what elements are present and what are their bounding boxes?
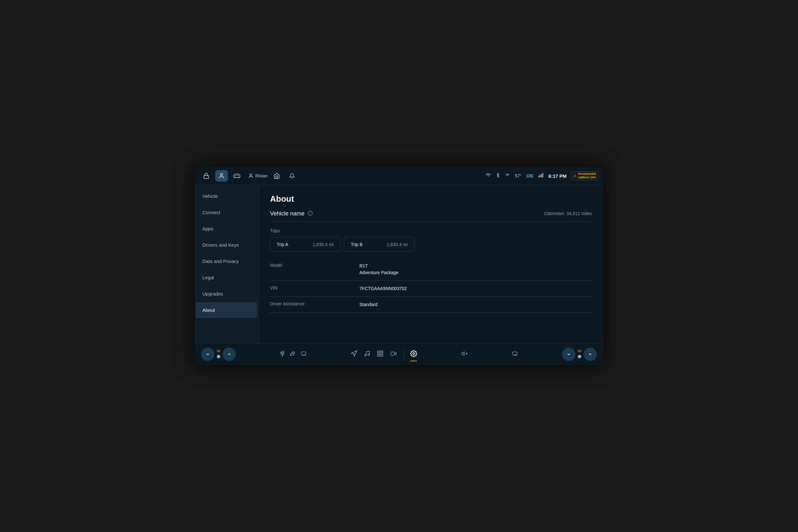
sidebar-item-legal[interactable]: Legal xyxy=(196,270,257,285)
driver-assistance-label: Driver Assistance xyxy=(270,301,359,306)
sidebar-item-upgrades[interactable]: Upgrades xyxy=(196,286,257,302)
right-temp-up-button[interactable] xyxy=(584,347,597,361)
bluetooth-icon xyxy=(496,172,500,179)
notification-button[interactable] xyxy=(286,170,299,182)
main-content: Vehicle Connect Apps Drivers and Keys Da… xyxy=(195,185,603,343)
svg-marker-24 xyxy=(395,352,396,355)
svg-rect-9 xyxy=(540,175,541,177)
svg-rect-20 xyxy=(378,351,380,353)
profile-button[interactable] xyxy=(215,170,228,182)
rivian-user-label: Rivian xyxy=(248,173,268,178)
signal-icon xyxy=(538,173,544,179)
lte-badge: LTE xyxy=(526,174,534,178)
vin-info-row: VIN 7FCTGAAA9NN003702 xyxy=(270,281,592,297)
odometer-display: Odometer: 34,512 miles xyxy=(544,211,592,216)
svg-rect-23 xyxy=(378,354,380,356)
svg-rect-10 xyxy=(541,174,542,177)
page-title: About xyxy=(270,194,592,204)
right-seat-heat-controls xyxy=(511,350,518,359)
garage-button[interactable] xyxy=(270,170,283,182)
svg-rect-22 xyxy=(381,354,383,356)
clock-display: 6:17 PM xyxy=(548,173,567,179)
edit-vehicle-name-icon[interactable] xyxy=(308,211,313,217)
seat-heat-left-1-icon[interactable] xyxy=(280,350,287,359)
vin-label: VIN xyxy=(270,285,359,290)
trip-a-card[interactable]: Trip A 1,830.4 mi xyxy=(270,237,340,252)
sidebar-item-vehicle[interactable]: Vehicle xyxy=(196,188,257,204)
navigation-icon[interactable] xyxy=(350,350,358,359)
sidebar-item-apps[interactable]: Apps xyxy=(196,221,257,236)
right-climate-controls: HI ❋ xyxy=(562,347,597,361)
trip-b-label: Trip B xyxy=(351,242,363,247)
temperature-display: 57° xyxy=(515,173,521,178)
svg-point-1 xyxy=(221,174,223,176)
music-icon[interactable] xyxy=(364,350,370,359)
settings-icon[interactable] xyxy=(410,350,417,359)
apps-grid-icon[interactable] xyxy=(377,350,384,359)
right-temp-down-button[interactable] xyxy=(562,347,575,361)
svg-rect-8 xyxy=(538,175,539,177)
vehicle-name-label: Vehicle name xyxy=(270,210,305,217)
left-seat-heat-controls xyxy=(280,350,307,359)
camera-icon[interactable] xyxy=(390,351,397,358)
mute-icon[interactable] xyxy=(461,350,468,358)
sidebar-item-connect[interactable]: Connect xyxy=(196,205,257,220)
sidebar-item-about[interactable]: About xyxy=(196,302,257,318)
antenna-icon xyxy=(486,172,491,179)
svg-rect-11 xyxy=(542,173,543,177)
seat-heat-left-2-icon[interactable] xyxy=(290,350,297,359)
bottom-bar: HI ❋ xyxy=(195,343,603,365)
trip-b-card[interactable]: Trip B 1,830.4 mi xyxy=(344,237,414,252)
svg-rect-25 xyxy=(391,352,395,355)
trips-section-label: Trips xyxy=(270,228,592,233)
svg-point-3 xyxy=(234,177,235,178)
airbag-warning-badge: ⚠ PASSENGER AIRBAG OFF xyxy=(571,171,598,180)
svg-point-18 xyxy=(365,354,366,356)
volume-controls xyxy=(461,350,468,358)
seat-heat-left-3-icon[interactable] xyxy=(300,350,307,359)
svg-rect-16 xyxy=(292,352,294,354)
content-area: About Vehicle name Odometer: 34,512 mile… xyxy=(259,185,603,343)
main-screen: Rivian xyxy=(195,167,603,365)
trips-container: Trip A 1,830.4 mi Trip B 1,830.4 mi xyxy=(270,237,592,252)
right-fan-label: HI xyxy=(578,349,581,353)
svg-marker-17 xyxy=(352,350,357,356)
sidebar-item-data-privacy[interactable]: Data and Privacy xyxy=(196,253,257,269)
bottom-center-nav xyxy=(350,350,417,359)
model-label: Model xyxy=(270,263,359,268)
driver-assistance-info-row: Driver Assistance Standard xyxy=(270,297,592,313)
svg-rect-21 xyxy=(381,351,383,353)
wifi-icon xyxy=(505,173,510,179)
left-fan-label: HI xyxy=(217,349,220,353)
svg-point-5 xyxy=(250,174,251,175)
model-value: R1T Adventure Package xyxy=(359,263,398,276)
svg-point-26 xyxy=(413,353,415,355)
sidebar: Vehicle Connect Apps Drivers and Keys Da… xyxy=(195,185,259,343)
airbag-label-line2: AIRBAG OFF xyxy=(578,176,596,179)
left-temp-down-button[interactable] xyxy=(201,347,214,361)
left-fan-display: HI ❋ xyxy=(216,349,221,360)
vehicle-name-row: Vehicle name Odometer: 34,512 miles xyxy=(270,210,592,222)
trip-b-value: 1,830.4 mi xyxy=(387,242,407,247)
trip-a-label: Trip A xyxy=(277,242,288,247)
top-bar: Rivian xyxy=(195,167,603,185)
left-climate-controls: HI ❋ xyxy=(201,347,236,361)
svg-marker-27 xyxy=(461,352,464,356)
svg-rect-0 xyxy=(204,175,209,178)
left-temp-up-button[interactable] xyxy=(223,347,236,361)
model-info-row: Model R1T Adventure Package xyxy=(270,258,592,281)
svg-point-4 xyxy=(238,177,240,178)
svg-point-19 xyxy=(368,354,369,355)
vehicle-name-left: Vehicle name xyxy=(270,210,313,217)
trip-a-value: 1,830.4 mi xyxy=(313,242,334,247)
airbag-warning-icon: ⚠ xyxy=(573,174,577,178)
car-button[interactable] xyxy=(230,170,243,182)
airbag-label-line1: PASSENGER xyxy=(578,172,596,176)
right-seat-heat-1-icon[interactable] xyxy=(511,350,518,359)
vin-value: 7FCTGAAA9NN003702 xyxy=(359,285,407,292)
sidebar-item-drivers-keys[interactable]: Drivers and Keys xyxy=(196,237,257,253)
bottom-bar-divider xyxy=(403,350,404,359)
right-fan-display: HI ❋ xyxy=(577,349,582,360)
left-fan-icon: ❋ xyxy=(216,354,221,360)
lock-button[interactable] xyxy=(200,170,213,182)
